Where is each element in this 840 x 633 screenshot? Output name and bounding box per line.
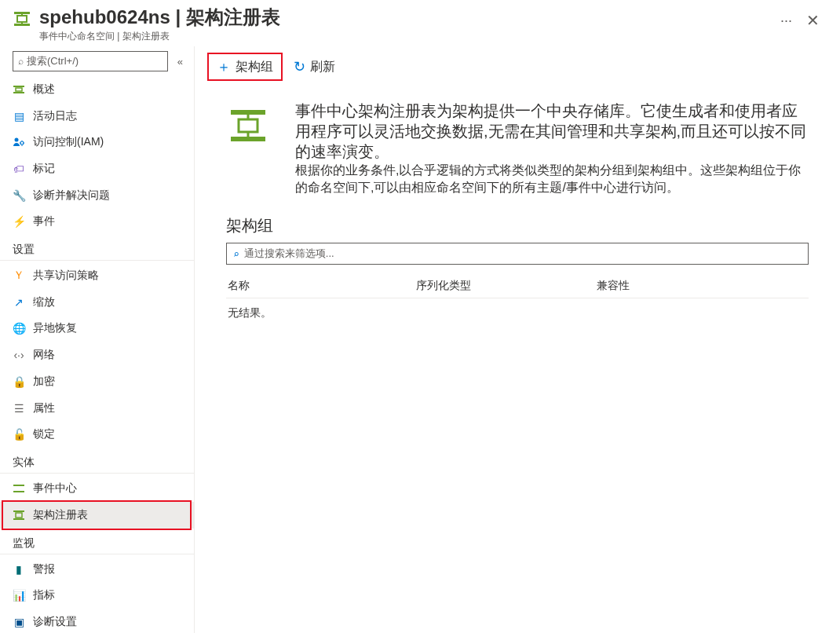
nav-label: 警报 (33, 562, 55, 576)
nav-label: 访问控制(IAM) (33, 135, 104, 149)
schema-groups-title: 架构组 (226, 215, 809, 236)
globe-icon: 🌐 (13, 322, 25, 335)
network-icon: ‹·› (13, 349, 25, 361)
svg-rect-5 (16, 88, 22, 91)
nav-iam[interactable]: 访问控制(IAM) (0, 129, 194, 156)
nav-encryption[interactable]: 🔒 加密 (0, 368, 194, 395)
nav-label: 诊断并解决问题 (33, 188, 110, 203)
toolbar: ＋ 架构组 ↻ 刷新 (195, 46, 840, 88)
svg-point-7 (20, 141, 24, 145)
nav-label: 加密 (33, 375, 55, 389)
nav-geo-recovery[interactable]: 🌐 异地恢复 (0, 316, 194, 342)
nav-diagnostic-settings[interactable]: ▣ 诊断设置 (0, 609, 194, 633)
svg-rect-2 (17, 16, 27, 22)
intro-line2: 根据你的业务条件,以合乎逻辑的方式将类似类型的架构分组到架构组中。这些架构组位于… (295, 162, 809, 196)
nav-locks[interactable]: 🔓 锁定 (0, 421, 194, 448)
nav-label: 异地恢复 (33, 321, 77, 335)
iam-icon (13, 136, 25, 148)
nav-overview[interactable]: 概述 (0, 76, 194, 103)
key-icon: Ｙ (13, 269, 25, 282)
nav-label: 标记 (33, 162, 55, 176)
metrics-icon: 📊 (13, 589, 25, 602)
filter-search-icon: ⌕ (233, 248, 239, 260)
sidebar: ⌕ 搜索(Ctrl+/) « 概述 ▤ 活动日志 访问控制(IAM) 🏷 标记 … (0, 46, 195, 633)
nav-label: 事件中心 (33, 481, 77, 496)
svg-rect-14 (231, 137, 265, 141)
main-content: ＋ 架构组 ↻ 刷新 事件中心架构注册表为架构提供一个中央存储库。它使生成者和使… (195, 46, 840, 633)
svg-rect-4 (13, 92, 24, 93)
svg-rect-15 (239, 119, 257, 132)
blade-header: spehub0624ns | 架构注册表 事件中心命名空间 | 架构注册表 ··… (0, 0, 840, 46)
svg-rect-0 (14, 12, 30, 14)
scale-icon: ↗ (13, 296, 25, 309)
tag-icon: 🏷 (13, 163, 25, 175)
search-placeholder: 搜索(Ctrl+/) (27, 54, 79, 68)
refresh-label: 刷新 (310, 59, 335, 75)
intro-block: 事件中心架构注册表为架构提供一个中央存储库。它使生成者和使用者应用程序可以灵活地… (226, 101, 809, 196)
nav-shared-access[interactable]: Ｙ 共享访问策略 (0, 262, 194, 289)
overview-icon (13, 83, 25, 96)
filter-input[interactable]: ⌕ 通过搜索来筛选项... (226, 243, 809, 265)
svg-rect-11 (13, 518, 24, 520)
blade-subtitle: 事件中心命名空间 | 架构注册表 (39, 30, 768, 43)
svg-rect-13 (231, 110, 265, 115)
nav-label: 架构注册表 (33, 508, 88, 522)
diagnostics-icon: ▣ (13, 616, 25, 628)
plus-icon: ＋ (217, 57, 231, 76)
schema-registry-icon (13, 9, 31, 28)
svg-point-6 (15, 138, 19, 142)
collapse-sidebar-button[interactable]: « (174, 53, 186, 71)
intro-schema-icon (226, 104, 270, 148)
nav-activity-log[interactable]: ▤ 活动日志 (0, 103, 194, 130)
nav-alerts[interactable]: ▮ 警报 (0, 556, 194, 583)
schema-icon (13, 509, 25, 521)
nav-label: 缩放 (33, 295, 55, 309)
section-monitor: 监视 (0, 529, 194, 554)
nav-label: 事件 (33, 214, 55, 229)
blade-title: spehub0624ns | 架构注册表 (39, 6, 768, 28)
more-button[interactable]: ··· (774, 9, 798, 32)
nav-label: 活动日志 (33, 109, 77, 123)
nav-event-hubs[interactable]: 事件中心 (0, 475, 194, 502)
wrench-icon: 🔧 (13, 189, 25, 202)
col-name[interactable]: 名称 (228, 279, 416, 293)
nav-label: 属性 (33, 401, 55, 415)
alerts-icon: ▮ (13, 563, 25, 576)
nav-network[interactable]: ‹·› 网络 (0, 342, 194, 368)
svg-rect-10 (13, 510, 24, 512)
table-header: 名称 序列化类型 兼容性 (226, 274, 809, 298)
padlock-icon: 🔓 (13, 428, 25, 441)
svg-rect-1 (14, 24, 30, 26)
nav-diagnose[interactable]: 🔧 诊断并解决问题 (0, 182, 194, 209)
nav-schema-registry[interactable]: 架构注册表 (0, 502, 194, 529)
nav-label: 概述 (33, 82, 55, 97)
col-compatibility[interactable]: 兼容性 (597, 279, 807, 293)
refresh-button[interactable]: ↻ 刷新 (286, 53, 343, 81)
no-results-text: 无结果。 (226, 298, 809, 328)
refresh-icon: ↻ (294, 58, 305, 75)
svg-rect-12 (16, 513, 22, 518)
sidebar-search-input[interactable]: ⌕ 搜索(Ctrl+/) (13, 51, 168, 71)
lightning-icon: ⚡ (13, 215, 25, 228)
nav-tags[interactable]: 🏷 标记 (0, 156, 194, 182)
nav-scale[interactable]: ↗ 缩放 (0, 289, 194, 316)
svg-rect-9 (13, 491, 24, 492)
nav-label: 锁定 (33, 427, 55, 441)
eventhub-icon (13, 482, 25, 495)
nav-label: 共享访问策略 (33, 269, 99, 283)
nav-metrics[interactable]: 📊 指标 (0, 583, 194, 609)
svg-rect-8 (13, 485, 24, 486)
nav-label: 诊断设置 (33, 615, 77, 629)
add-schema-group-button[interactable]: ＋ 架构组 (207, 53, 283, 81)
nav-label: 网络 (33, 348, 55, 362)
close-button[interactable]: ✕ (798, 8, 827, 33)
nav-properties[interactable]: ☰ 属性 (0, 395, 194, 422)
lock-icon: 🔒 (13, 375, 25, 388)
col-serialization[interactable]: 序列化类型 (416, 279, 597, 293)
section-entities: 实体 (0, 448, 194, 474)
search-icon: ⌕ (18, 56, 24, 67)
intro-line1: 事件中心架构注册表为架构提供一个中央存储库。它使生成者和使用者应用程序可以灵活地… (295, 101, 809, 162)
nav-label: 指标 (33, 588, 55, 602)
nav-events[interactable]: ⚡ 事件 (0, 209, 194, 236)
add-label: 架构组 (236, 59, 273, 75)
